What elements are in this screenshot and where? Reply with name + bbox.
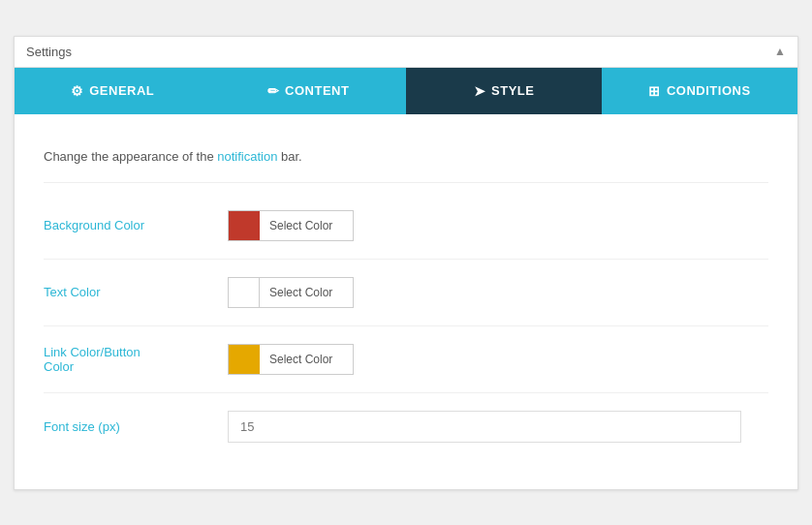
tab-general-label: GENERAL	[89, 83, 154, 98]
tab-content[interactable]: ✏ CONTENT	[210, 68, 406, 114]
font-size-row: Font size (px)	[44, 393, 768, 460]
description-text: Change the appearance of the notificatio…	[44, 149, 302, 164]
description-before: Change the appearance of the	[44, 149, 217, 164]
font-size-input[interactable]	[228, 411, 741, 443]
settings-header: Settings ▲	[15, 37, 797, 68]
link-color-btn-label: Select Color	[260, 353, 342, 366]
background-color-picker[interactable]: Select Color	[228, 210, 354, 241]
background-color-btn-label: Select Color	[260, 219, 342, 232]
gear-icon: ⚙	[71, 83, 84, 99]
tab-style-label: STYLE	[491, 83, 534, 98]
tab-conditions-label: CONDITIONS	[667, 83, 751, 98]
description-after: bar.	[277, 149, 301, 164]
grid-icon: ⊞	[648, 83, 661, 99]
background-color-label: Background Color	[44, 218, 228, 232]
link-color-row: Link Color/Button Color Select Color	[44, 326, 768, 393]
tab-style[interactable]: ➤ STYLE	[406, 68, 602, 114]
arrow-icon: ➤	[474, 83, 486, 99]
tab-content-label: CONTENT	[285, 83, 349, 98]
text-color-swatch	[229, 278, 260, 307]
pencil-icon: ✏	[267, 83, 280, 99]
font-size-label: Font size (px)	[44, 419, 228, 434]
background-color-swatch	[229, 211, 260, 240]
text-color-btn-label: Select Color	[260, 286, 342, 299]
tab-general[interactable]: ⚙ GENERAL	[15, 68, 210, 114]
text-color-picker[interactable]: Select Color	[228, 277, 354, 308]
link-color-label-line1: Link Color/Button	[44, 345, 141, 359]
tab-conditions[interactable]: ⊞ CONDITIONS	[602, 68, 797, 114]
description-row: Change the appearance of the notificatio…	[44, 134, 768, 183]
tabs-container: ⚙ GENERAL ✏ CONTENT ➤ STYLE ⊞ CONDITIONS	[15, 68, 797, 114]
collapse-icon[interactable]: ▲	[774, 45, 786, 58]
settings-title: Settings	[26, 45, 72, 59]
link-color-label-line2: Color	[44, 359, 74, 374]
text-color-label: Text Color	[44, 285, 228, 299]
description-link[interactable]: notification	[217, 149, 277, 164]
link-color-label: Link Color/Button Color	[44, 345, 228, 374]
link-color-swatch	[229, 345, 260, 374]
link-color-picker[interactable]: Select Color	[228, 344, 354, 375]
settings-panel: Settings ▲ ⚙ GENERAL ✏ CONTENT ➤ STYLE ⊞…	[14, 36, 798, 490]
panel-body: Change the appearance of the notificatio…	[15, 114, 797, 489]
text-color-row: Text Color Select Color	[44, 260, 768, 326]
background-color-row: Background Color Select Color	[44, 193, 768, 260]
